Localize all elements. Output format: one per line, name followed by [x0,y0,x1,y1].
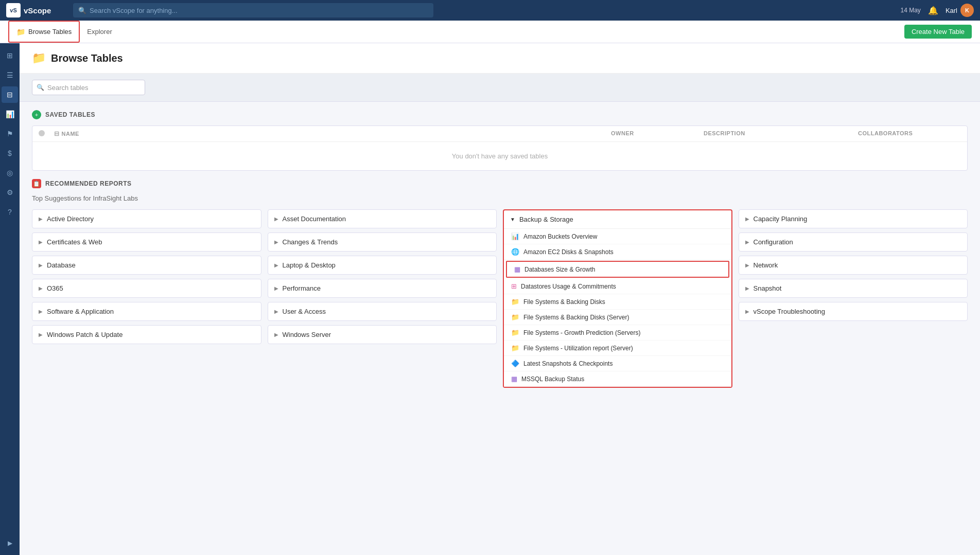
report-card-vscope-troubleshooting-header[interactable]: ▶ vScope Troubleshooting [739,302,968,320]
tab-browse-tables[interactable]: 📁 Browse Tables [8,21,80,43]
report-item-mssql-backup[interactable]: ▦ MSSQL Backup Status [504,371,731,387]
report-card-snapshot-label: Snapshot [754,284,782,292]
sidebar-expand[interactable]: ▶ [4,535,16,551]
search-section: 🔍 [20,74,980,102]
report-card-backup-storage-header[interactable]: ▼ Backup & Storage [504,210,731,228]
report-item-label: File Systems - Growth Prediction (Server… [523,329,640,336]
report-card-windows-server-header[interactable]: ▶ Windows Server [268,326,497,344]
recommended-reports-title: RECOMMENDED REPORTS [45,180,132,187]
sidebar-icon-flag[interactable]: ⚑ [2,126,18,142]
report-card-o365: ▶ O365 [32,279,261,298]
create-new-table-button[interactable]: Create New Table [904,25,972,39]
sidebar-icon-table[interactable]: ⊟ [2,86,18,103]
report-card-user-access-label: User & Access [283,308,326,315]
sidebar-icon-dollar[interactable]: $ [2,145,18,162]
report-card-changes-trends-header[interactable]: ▶ Changes & Trends [268,233,497,251]
sidebar: ⊞ ☰ ⊟ 📊 ⚑ $ ◎ ⚙ ? ▶ [0,43,20,555]
report-item-icon: 📊 [511,232,519,240]
report-card-active-directory: ▶ Active Directory [32,209,261,228]
notification-bell[interactable]: 🔔 [928,6,938,15]
report-card-performance-header[interactable]: ▶ Performance [268,279,497,297]
reports-subtitle: Top Suggestions for InfraSight Labs [32,194,968,202]
report-card-database: ▶ Database [32,256,261,275]
report-item-label: File Systems & Backing Disks (Server) [523,314,629,321]
report-item-datastores-usage[interactable]: ⊞ Datastores Usage & Commitments [504,279,731,294]
sidebar-icon-grid[interactable]: ⊞ [2,47,18,64]
sidebar-icon-list[interactable]: ☰ [2,67,18,83]
chevron-icon: ▶ [745,262,749,268]
global-search[interactable]: 🔍 [73,3,433,17]
report-card-configuration-header[interactable]: ▶ Configuration [739,233,968,251]
report-item-file-systems-growth[interactable]: 📁 File Systems - Growth Prediction (Serv… [504,325,731,341]
report-item-amazon-ec2[interactable]: 🌐 Amazon EC2 Disks & Snapshots [504,244,731,260]
chevron-icon: ▶ [39,262,43,268]
report-item-databases-size[interactable]: ▦ Databases Size & Growth [506,261,729,278]
sidebar-icon-target[interactable]: ◎ [2,165,18,181]
report-card-backup-storage-body: 📊 Amazon Buckets Overview 🌐 Amazon EC2 D… [504,228,731,387]
report-item-file-systems-backing[interactable]: 📁 File Systems & Backing Disks [504,294,731,310]
report-card-o365-header[interactable]: ▶ O365 [32,279,261,297]
page-folder-icon: 📁 [32,51,46,65]
search-icon: 🔍 [78,7,86,14]
report-card-network-header[interactable]: ▶ Network [739,256,968,274]
page-title: Browse Tables [51,52,123,64]
col-description: DESCRIPTION [704,130,858,137]
report-item-file-systems-utilization[interactable]: 📁 File Systems - Utilization report (Ser… [504,341,731,356]
user-menu[interactable]: Karl K [946,4,974,17]
nav-right: 14 May 🔔 Karl K [901,4,974,17]
reports-grid: ▶ Active Directory ▶ Certificates & Web … [32,209,968,388]
sidebar-icon-gear[interactable]: ⚙ [2,184,18,201]
folder-icon: 📁 [16,28,25,36]
report-item-label: Amazon Buckets Overview [523,233,597,240]
report-item-icon: ▦ [514,265,520,273]
report-item-latest-snapshots[interactable]: 🔷 Latest Snapshots & Checkpoints [504,356,731,371]
report-card-active-directory-label: Active Directory [47,215,94,223]
table-search-input[interactable] [47,84,141,92]
logo-text: vScope [24,6,51,15]
report-item-icon: 🌐 [511,248,519,256]
saved-tables-empty-message: You don't have any saved tables [32,142,967,170]
report-card-certificates-web: ▶ Certificates & Web [32,232,261,252]
report-card-snapshot: ▶ Snapshot [739,279,968,298]
report-card-certificates-web-header[interactable]: ▶ Certificates & Web [32,233,261,251]
report-item-label: File Systems - Utilization report (Serve… [523,345,633,352]
report-col-1: ▶ Asset Documentation ▶ Changes & Trends… [268,209,497,388]
chevron-icon: ▶ [39,216,43,222]
chevron-icon: ▶ [274,239,278,245]
report-card-asset-documentation-header[interactable]: ▶ Asset Documentation [268,210,497,228]
report-card-asset-documentation: ▶ Asset Documentation [268,209,497,228]
report-card-capacity-planning-header[interactable]: ▶ Capacity Planning [739,210,968,228]
global-search-input[interactable] [90,7,428,14]
sidebar-icon-help[interactable]: ? [2,204,18,220]
sidebar-icon-chart[interactable]: 📊 [2,106,18,122]
report-card-changes-trends: ▶ Changes & Trends [268,232,497,252]
chevron-icon: ▶ [274,332,278,337]
report-item-label: Latest Snapshots & Checkpoints [523,360,612,367]
saved-tables-title: SAVED TABLES [45,111,95,118]
report-card-laptop-desktop-label: Laptop & Desktop [283,261,336,269]
report-item-amazon-buckets[interactable]: 📊 Amazon Buckets Overview [504,229,731,244]
report-item-file-systems-backing-server[interactable]: 📁 File Systems & Backing Disks (Server) [504,310,731,325]
report-card-active-directory-header[interactable]: ▶ Active Directory [32,210,261,228]
table-search-icon: 🔍 [37,84,44,91]
report-col-0: ▶ Active Directory ▶ Certificates & Web … [32,209,261,388]
report-card-software-application-header[interactable]: ▶ Software & Application [32,302,261,320]
report-card-database-header[interactable]: ▶ Database [32,256,261,274]
col-name: ⊟ NAME [54,130,611,137]
report-item-icon: 📁 [511,344,519,352]
report-card-asset-documentation-label: Asset Documentation [283,215,346,223]
logo[interactable]: vS vScope [6,3,68,17]
page-header: 📁 Browse Tables [20,43,980,74]
report-card-configuration-label: Configuration [754,238,793,246]
report-card-laptop-desktop-header[interactable]: ▶ Laptop & Desktop [268,256,497,274]
table-search-box[interactable]: 🔍 [32,80,145,95]
report-card-user-access-header[interactable]: ▶ User & Access [268,302,497,320]
report-card-snapshot-header[interactable]: ▶ Snapshot [739,279,968,297]
tab-explorer[interactable]: Explorer [80,21,119,43]
tabs-row: 📁 Browse Tables Explorer Create New Tabl… [0,21,980,43]
recommended-reports-header: 📋 RECOMMENDED REPORTS [32,179,968,188]
report-card-network: ▶ Network [739,256,968,275]
report-card-windows-patch-header[interactable]: ▶ Windows Patch & Update [32,326,261,344]
saved-tables-table: ⊟ NAME OWNER DESCRIPTION COLLABORATORS Y… [32,126,968,171]
report-card-performance-label: Performance [283,284,321,292]
